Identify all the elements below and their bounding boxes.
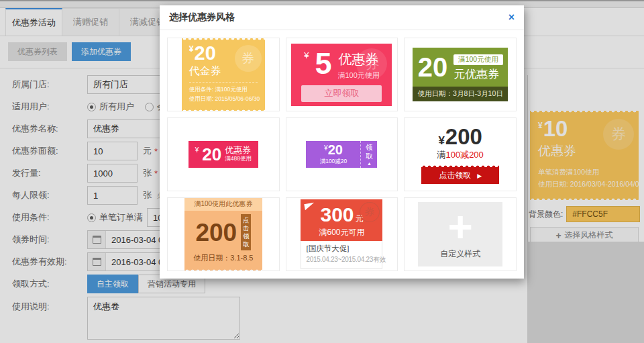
coupon-watermark: 券 [235, 45, 262, 72]
click-claim-button[interactable]: 点击领取 ▶ [421, 167, 499, 184]
close-icon[interactable]: × [508, 12, 515, 23]
coupon-style-white[interactable]: ¥200 满100减200 点击领取 ▶ [404, 117, 517, 191]
claim-now-button[interactable]: 立即领取 [301, 85, 382, 102]
red-banner-title: 优惠券 [225, 146, 252, 156]
modal-header: 选择优惠券风格 × [160, 5, 524, 30]
orange-date: 使用日期：3.1-8.5 [190, 253, 257, 263]
green-amount: 20 [418, 54, 448, 81]
pink-amount: 5 [315, 48, 331, 81]
red-white-validity: 2015.04.23~2015.04.23有效 [306, 255, 377, 264]
coupon-watermark: 券 [356, 48, 387, 79]
green-date: 使用日期：3月8日-3月10日 [413, 87, 508, 101]
red-banner-condition: 满488使用 [225, 155, 252, 163]
orange-claim-ribbon: 点击领取 [241, 214, 251, 250]
gold-condition: 使用条件: 满100元使用 [189, 85, 258, 95]
red-white-tag: [国庆节大促] [306, 244, 377, 254]
triangle-right-icon: ▶ [477, 173, 482, 179]
white-condition: 满100减200 [421, 149, 499, 161]
gold-date: 使用日期: 2015/05/06-06/30 [189, 95, 258, 104]
white-amount: ¥200 [421, 125, 499, 149]
coupon-style-modal: 选择优惠券风格 × ¥20 代金券 使用条件: 满100元使用 使用日期: 20… [160, 5, 524, 279]
orange-header: 满100使用此优惠券 [184, 197, 262, 211]
modal-title: 选择优惠券风格 [169, 11, 235, 23]
purple-claim-label: 领取 [365, 143, 373, 160]
red-banner-amount: 20 [202, 144, 221, 165]
purple-amount: 20 [328, 142, 343, 157]
red-white-condition: 满600元可用 [301, 227, 382, 238]
purple-condition: 满100减20 [320, 158, 347, 166]
coupon-style-pink[interactable]: ¥ 5 优惠券 满100元使用 立即领取 券 [286, 38, 398, 111]
orange-amount: 200 [195, 220, 237, 245]
coupon-style-custom[interactable]: + 自定义样式 [404, 197, 517, 271]
coupon-style-red-white[interactable]: 券 300元 满600元可用 [国庆节大促] 2015.04.23~2015.0… [286, 197, 398, 271]
green-title: 元优惠券 [453, 66, 503, 82]
coupon-style-grid: ¥20 代金券 使用条件: 满100元使用 使用日期: 2015/05/06-0… [160, 30, 524, 279]
coupon-style-green[interactable]: 20 满100元使用 元优惠券 使用日期：3月8日-3月10日 [404, 38, 517, 111]
coupon-style-orange[interactable]: 满100使用此优惠券 200 点击领取 使用日期：3.1-8.5 [167, 197, 280, 271]
plus-icon: + [447, 209, 472, 245]
triangle-up-icon: ▲ [367, 161, 372, 166]
coupon-style-gold[interactable]: ¥20 代金券 使用条件: 满100元使用 使用日期: 2015/05/06-0… [167, 38, 280, 111]
custom-style-label: 自定义样式 [440, 248, 480, 260]
green-condition-badge: 满100元使用 [453, 54, 503, 65]
coupon-style-purple[interactable]: ¥20 满100减20 领取 ▲ [286, 117, 398, 191]
coupon-style-red-banner[interactable]: ¥ 20 优惠券 满488使用 [167, 117, 280, 191]
